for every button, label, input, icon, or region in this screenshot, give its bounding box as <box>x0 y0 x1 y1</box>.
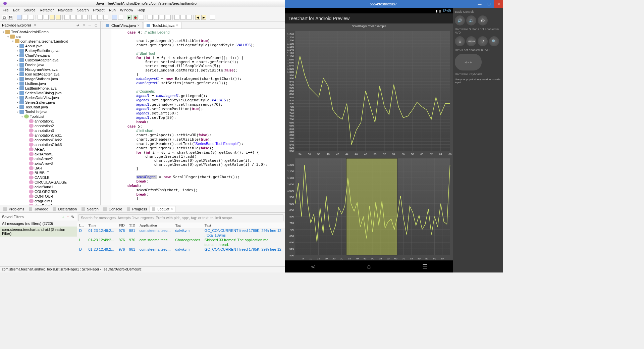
save-icon[interactable]: 💾 <box>8 15 13 20</box>
tree-member[interactable]: annotationClick1 <box>0 133 100 138</box>
tree-member[interactable]: annotation1 <box>0 119 100 123</box>
main-chart[interactable]: 3436384042444648505254565860626466500520… <box>285 29 453 156</box>
edit-filter-icon[interactable]: ✎ <box>70 214 75 219</box>
emulator-title-bar[interactable]: 5554:testnexus7 — ☐ ✕ <box>285 0 503 8</box>
log-col[interactable]: L... <box>77 222 86 228</box>
maximize-icon[interactable]: ☐ <box>484 0 494 8</box>
menu-search[interactable]: Search <box>77 8 89 12</box>
logcat-table[interactable]: L...TimePIDTIDApplicationTagTextD01-23 1… <box>77 222 285 266</box>
menu-btn-icon[interactable]: MENU <box>466 36 476 46</box>
tool-icon[interactable] <box>44 15 49 20</box>
tool-icon[interactable] <box>160 15 165 20</box>
tool-icon[interactable] <box>154 15 159 20</box>
log-row[interactable]: D01-23 12:49:2...976981com.steema.teec..… <box>77 228 285 233</box>
menu-help[interactable]: Help <box>138 8 145 12</box>
logcat-filter[interactable]: com.steema.teechart.android (Session Fil… <box>0 227 77 237</box>
add-filter-icon[interactable]: + <box>61 214 65 219</box>
tree-file[interactable]: ▸SeriesDataDialog.java <box>0 91 100 95</box>
tree-file[interactable]: ▸TeeChart.java <box>0 105 100 109</box>
close-icon[interactable]: ✕ <box>34 23 37 27</box>
tree-member[interactable]: CONTOUR <box>0 194 100 199</box>
tool-icon[interactable] <box>103 15 108 20</box>
log-col[interactable]: PID <box>117 222 127 228</box>
recent-icon[interactable]: ☰ <box>418 263 432 270</box>
tool-icon[interactable] <box>17 15 22 20</box>
tree-file[interactable]: ▸SeriesDataView.java <box>0 95 100 100</box>
volume-up-icon[interactable]: 🔊 <box>455 15 465 26</box>
bottom-tab-declaration[interactable]: Declaration <box>51 206 79 212</box>
tree-member[interactable]: AREA <box>0 147 100 152</box>
nav-back-icon[interactable]: ◀ <box>195 15 200 20</box>
tree-file[interactable]: ▸ListItemPhone.java <box>0 86 100 91</box>
log-col[interactable]: Time <box>86 222 117 228</box>
pager-chart[interactable]: 5101520253035404550556065707580859095500… <box>285 156 453 261</box>
tree-file[interactable]: ▸IconTextAdapter.java <box>0 72 100 77</box>
tree-member[interactable]: BAR <box>0 166 100 170</box>
tool-icon[interactable] <box>180 15 185 20</box>
tool-icon[interactable] <box>38 15 43 20</box>
tool-icon[interactable] <box>70 15 75 20</box>
tool-icon[interactable] <box>56 15 61 20</box>
package-tree[interactable]: ▿TeeChartAndroidDemo▿src▿com.steema.teec… <box>0 29 100 205</box>
tool-icon[interactable] <box>97 15 102 20</box>
tree-file[interactable]: ▿ToolsList.java <box>0 109 100 114</box>
menu-window[interactable]: Window <box>120 8 133 12</box>
log-row[interactable]: I01-23 12:49:2...976976com.steema.teec..… <box>77 238 285 242</box>
tree-member[interactable]: annotationClick3 <box>0 142 100 147</box>
minimize-icon[interactable]: — <box>475 0 484 8</box>
tool-icon[interactable] <box>64 15 69 20</box>
link-icon[interactable]: ⇄ <box>75 23 80 28</box>
android-nav-bar[interactable]: ◅ ⌂ ☰ <box>285 260 453 272</box>
tree-src[interactable]: ▿src <box>0 34 100 39</box>
tree-package[interactable]: ▿com.steema.teechart.android <box>0 39 100 44</box>
bottom-tab-console[interactable]: Console <box>101 206 124 212</box>
max-icon[interactable]: ▢ <box>94 23 98 28</box>
close-icon[interactable]: ✕ <box>494 0 503 8</box>
tool-icon[interactable] <box>50 15 55 20</box>
tree-file[interactable]: ▸ListItem.java <box>0 81 100 86</box>
tree-member[interactable]: annotation3 <box>0 128 100 133</box>
tree-member[interactable]: dragPoint1 <box>0 199 100 203</box>
bottom-tabs[interactable]: ProblemsJavadocDeclarationSearchConsoleP… <box>0 205 285 213</box>
bottom-tab-search[interactable]: Search <box>79 206 101 212</box>
tree-file[interactable]: ▸Device.java <box>0 62 100 67</box>
tool-icon[interactable] <box>166 15 171 20</box>
collapse-icon[interactable]: ▽ <box>82 23 86 28</box>
editor-tab[interactable]: ToolsList.java✕ <box>144 22 181 29</box>
tree-member[interactable]: colorBand1 <box>0 185 100 189</box>
tree-member[interactable]: axisArrow1 <box>0 152 100 156</box>
menu-source[interactable]: Source <box>24 8 36 12</box>
toolbar[interactable]: ▢💾 ▶🐞 ◀▶ <box>0 13 285 21</box>
tree-file[interactable]: ▸CustomAdapter.java <box>0 58 100 62</box>
remove-filter-icon[interactable]: − <box>65 214 70 219</box>
tree-file[interactable]: ▸ImageStatistics.java <box>0 77 100 81</box>
log-col[interactable]: Text <box>203 222 285 228</box>
menu-refactor[interactable]: Refactor <box>40 8 54 12</box>
back-btn-icon[interactable]: ↺ <box>478 36 488 46</box>
tree-member[interactable]: dragPoint2 <box>0 203 100 205</box>
log-col[interactable]: Application <box>138 222 173 228</box>
menu-edit[interactable]: Edit <box>13 8 19 12</box>
tool-icon[interactable] <box>29 15 34 20</box>
tree-member[interactable]: annotationClick2 <box>0 138 100 142</box>
tree-file[interactable]: ▸BatteryStatistics.java <box>0 48 100 53</box>
tree-file[interactable]: ▸SeriesGallery.java <box>0 100 100 105</box>
logcat-search[interactable]: Search for messages. Accepts Java regexe… <box>78 214 283 221</box>
tree-file[interactable]: ▸About.java <box>0 44 100 48</box>
log-row[interactable]: D01-23 12:49:2...976981com.steema.teec..… <box>77 247 285 252</box>
bottom-tab-problems[interactable]: Problems <box>1 206 26 212</box>
home-btn-icon[interactable]: ⌂ <box>455 36 465 46</box>
editor-tabs[interactable]: ChartView.java✕ToolsList.java✕ <box>101 21 285 29</box>
bottom-tab-logcat[interactable]: LogCat ✕ <box>150 206 175 212</box>
home-icon[interactable]: ⌂ <box>362 263 376 270</box>
log-col[interactable]: TID <box>127 222 138 228</box>
tree-file[interactable]: ▸HistogramView.java <box>0 67 100 72</box>
tree-member[interactable]: BUBBLE <box>0 170 100 175</box>
tree-class[interactable]: ▿ToolsList <box>0 114 100 119</box>
tool-icon[interactable] <box>83 15 88 20</box>
tool-icon[interactable] <box>186 15 192 20</box>
tool-icon[interactable] <box>112 15 117 20</box>
tool-icon[interactable] <box>139 15 144 20</box>
log-col[interactable]: Tag <box>173 222 202 228</box>
tree-project[interactable]: ▿TeeChartAndroidDemo <box>0 30 100 34</box>
